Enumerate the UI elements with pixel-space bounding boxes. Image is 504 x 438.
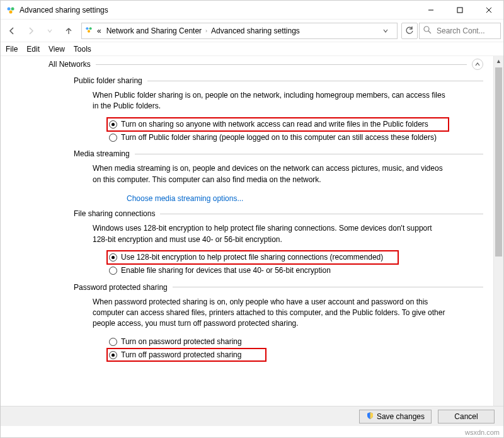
group-public-folder-sharing: Public folder sharing When Public folder… [74,76,483,143]
group-media-streaming: Media streaming When media streaming is … [74,149,483,203]
watermark: wsxdn.com [465,429,500,436]
svg-point-7 [86,27,88,30]
radio-label: Turn off password protected sharing [121,350,241,360]
desc-password: When password protected sharing is on, o… [93,297,445,330]
divider [147,81,483,81]
minimize-button[interactable] [416,1,445,20]
radio-label: Turn on password protected sharing [121,337,242,347]
recent-dropdown[interactable] [41,22,59,40]
menubar: File Edit View Tools [1,42,503,56]
group-title-media: Media streaming [74,149,130,158]
breadcrumb-network-sharing[interactable]: Network and Sharing Center [105,26,203,35]
divider [135,154,483,154]
divider [173,287,483,287]
search-input[interactable] [435,26,498,36]
svg-point-10 [424,26,429,32]
shield-icon [366,412,374,422]
address-dropdown-icon[interactable] [377,22,394,40]
menu-view[interactable]: View [49,45,65,54]
breadcrumb-prefix: « [96,26,103,35]
radio-label: Turn on sharing so anyone with network a… [121,119,428,130]
radio-icon [109,253,117,262]
radio-icon [109,134,117,142]
cancel-label: Cancel [454,412,478,421]
desc-media: When media streaming is on, people and d… [93,163,445,185]
search-icon [423,26,432,36]
footer-bar: Save changes Cancel [1,406,503,426]
desc-filesharing: Windows uses 128-bit encryption to help … [93,223,445,245]
radio-password-off[interactable]: Turn off password protected sharing [108,349,265,361]
navbar: « Network and Sharing Center › Advanced … [1,20,503,42]
section-all-networks[interactable]: All Networks [49,59,483,70]
scroll-thumb[interactable] [495,67,502,256]
section-header-label: All Networks [49,60,91,69]
group-file-sharing: File sharing connections Windows uses 12… [74,209,483,276]
menu-tools[interactable]: Tools [74,45,91,54]
svg-point-9 [88,30,90,33]
scroll-up-icon[interactable]: ▲ [494,56,503,66]
app-icon [6,5,16,15]
save-label: Save changes [377,412,425,421]
radio-password-on[interactable]: Turn on password protected sharing [108,336,448,348]
desc-public: When Public folder sharing is on, people… [93,90,445,112]
forward-button[interactable] [22,22,40,40]
menu-edit[interactable]: Edit [26,45,40,54]
svg-point-8 [89,27,92,30]
window-title: Advanced sharing settings [20,6,416,14]
radio-icon [109,267,117,275]
content-area: All Networks Public folder sharing When … [1,56,503,415]
save-changes-button[interactable]: Save changes [359,410,432,424]
svg-line-11 [428,31,431,33]
link-media-options[interactable]: Choose media streaming options... [127,194,243,203]
svg-point-0 [8,7,11,10]
group-title-public: Public folder sharing [74,76,142,85]
divider [96,64,467,65]
address-bar[interactable]: « Network and Sharing Center › Advanced … [81,23,398,39]
svg-rect-4 [457,8,462,13]
radio-icon [109,120,117,129]
up-button[interactable] [60,22,77,40]
app-icon-small [84,25,93,36]
group-title-filesharing: File sharing connections [74,209,155,218]
divider [160,214,483,214]
radio-label: Enable file sharing for devices that use… [121,265,331,276]
radio-public-on[interactable]: Turn on sharing so anyone with network a… [108,118,448,130]
radio-icon [109,338,117,346]
search-box[interactable] [419,23,501,39]
titlebar: Advanced sharing settings [1,1,503,20]
radio-128bit[interactable]: Use 128-bit encryption to help protect f… [108,251,398,263]
svg-point-1 [11,7,14,10]
maximize-button[interactable] [445,1,474,20]
cancel-button[interactable]: Cancel [438,410,495,424]
radio-4056bit[interactable]: Enable file sharing for devices that use… [108,265,448,277]
collapse-icon[interactable] [472,59,483,70]
menu-file[interactable]: File [6,45,18,54]
window-controls [416,1,503,20]
group-password-sharing: Password protected sharing When password… [74,283,483,361]
scrollbar[interactable]: ▲ ▼ [493,56,503,415]
radio-icon [109,351,117,359]
breadcrumb-sep-icon: › [205,28,207,34]
group-title-password: Password protected sharing [74,283,168,292]
back-button[interactable] [3,22,21,40]
radio-label: Use 128-bit encryption to help protect f… [121,252,383,263]
radio-label: Turn off Public folder sharing (people l… [121,132,437,143]
breadcrumb-advanced-sharing[interactable]: Advanced sharing settings [210,26,301,35]
close-button[interactable] [474,1,503,20]
radio-public-off[interactable]: Turn off Public folder sharing (people l… [108,132,448,144]
refresh-button[interactable] [401,23,418,39]
svg-point-2 [9,10,13,13]
